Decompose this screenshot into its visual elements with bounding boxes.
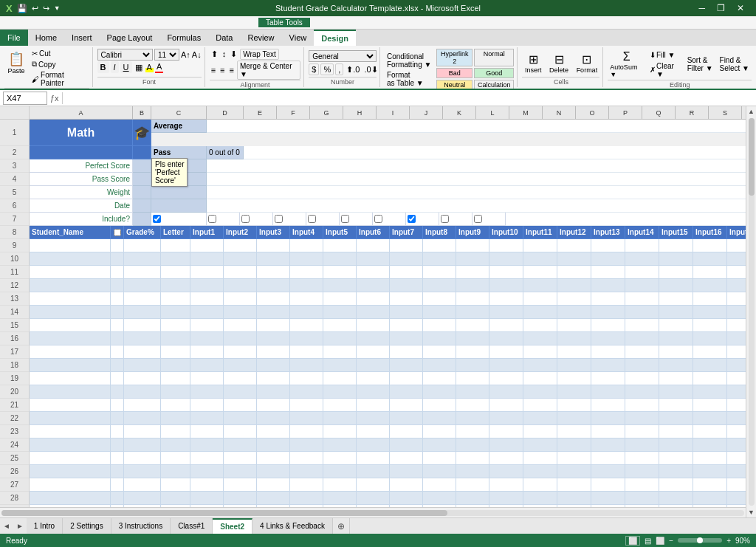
input9-cell[interactable]: [456, 292, 489, 306]
input11-cell[interactable]: [523, 319, 557, 332]
input8-cell[interactable]: [423, 465, 456, 478]
input11-cell[interactable]: [523, 425, 557, 438]
input15-cell[interactable]: [659, 332, 693, 345]
input14-cell[interactable]: [625, 266, 659, 279]
input6-cell[interactable]: [357, 266, 390, 279]
input4-cell[interactable]: [290, 359, 323, 372]
sort-filter-button[interactable]: Sort &Filter ▼: [685, 55, 715, 73]
student-name-cell[interactable]: [30, 292, 111, 306]
input8-cell[interactable]: [423, 332, 456, 345]
input2-cell[interactable]: [224, 292, 257, 306]
student-name-cell[interactable]: [30, 492, 111, 505]
grade-pct-cell[interactable]: [124, 425, 161, 438]
input6-cell[interactable]: [357, 452, 390, 465]
input1-cell[interactable]: [190, 465, 224, 478]
input5-cell[interactable]: [323, 372, 357, 385]
input4-cell[interactable]: [290, 332, 323, 345]
input12-cell[interactable]: [557, 478, 591, 492]
tab-page-layout[interactable]: Page Layout: [100, 30, 160, 46]
input10-cell[interactable]: [489, 359, 523, 372]
input1-cell[interactable]: [190, 292, 224, 306]
tab-review[interactable]: Review: [240, 30, 281, 46]
grade-pct-cell[interactable]: [124, 478, 161, 492]
input3-cell[interactable]: [257, 399, 290, 412]
input15-cell[interactable]: [659, 438, 693, 452]
input8-cell[interactable]: [423, 385, 456, 399]
input5-cell[interactable]: [323, 306, 357, 319]
input15-cell[interactable]: [659, 385, 693, 399]
letter-cell[interactable]: [161, 452, 190, 465]
sheet-tab-nav-prev[interactable]: ◄: [0, 520, 13, 531]
letter-cell[interactable]: [161, 372, 190, 385]
input3-cell[interactable]: [257, 252, 290, 266]
input14-cell[interactable]: [625, 332, 659, 345]
input12-cell[interactable]: [557, 372, 591, 385]
input12-cell[interactable]: [557, 279, 591, 292]
input7-cell[interactable]: [390, 252, 423, 266]
input2-cell[interactable]: [224, 332, 257, 345]
input9-cell[interactable]: [456, 412, 489, 425]
bad-style[interactable]: Bad: [436, 68, 472, 78]
number-format-select[interactable]: General: [309, 50, 377, 62]
tab-class1[interactable]: Class#1: [171, 518, 213, 534]
input5-cell[interactable]: [323, 399, 357, 412]
input13-cell[interactable]: [591, 438, 625, 452]
align-middle[interactable]: ↕: [221, 49, 228, 60]
input8-cell[interactable]: [423, 399, 456, 412]
input13-cell[interactable]: [591, 279, 625, 292]
input8-cell[interactable]: [423, 438, 456, 452]
input6-cell[interactable]: [357, 465, 390, 478]
cut-button[interactable]: ✂ Cut: [30, 49, 89, 58]
input9-cell[interactable]: [456, 372, 489, 385]
student-name-cell[interactable]: [30, 252, 111, 266]
input1-cell[interactable]: [190, 412, 224, 425]
quick-save[interactable]: 💾: [17, 4, 27, 13]
input5-cell[interactable]: [323, 252, 357, 266]
input8-cell[interactable]: [423, 452, 456, 465]
input5-cell[interactable]: [323, 359, 357, 372]
font-shrink[interactable]: A↓: [192, 50, 202, 59]
input16-cell[interactable]: [693, 279, 727, 292]
input17-cell[interactable]: [727, 266, 746, 279]
input2-cell[interactable]: [224, 412, 257, 425]
input10-cell[interactable]: [489, 492, 523, 505]
student-name-cell[interactable]: [30, 239, 111, 252]
input2-cell[interactable]: [224, 385, 257, 399]
input8-cell[interactable]: [423, 292, 456, 306]
col-header-checkbox[interactable]: [111, 226, 124, 239]
input1-cell[interactable]: [190, 266, 224, 279]
input3-cell[interactable]: [257, 425, 290, 438]
input6-cell[interactable]: [357, 412, 390, 425]
input3-cell[interactable]: [257, 306, 290, 319]
normal-style[interactable]: Normal: [474, 49, 515, 66]
input11-cell[interactable]: [523, 465, 557, 478]
bold-button[interactable]: B: [97, 61, 109, 73]
tab-links-feedback[interactable]: 4 Links & Feedback: [252, 518, 333, 534]
input15-cell[interactable]: [659, 425, 693, 438]
input3-cell[interactable]: [257, 372, 290, 385]
input9-cell[interactable]: [456, 399, 489, 412]
input2-cell[interactable]: [224, 399, 257, 412]
horizontal-scrollbar[interactable]: [0, 507, 746, 517]
letter-cell[interactable]: [161, 412, 190, 425]
input10-cell[interactable]: [489, 478, 523, 492]
include-checkbox-2[interactable]: [207, 213, 240, 226]
fill-color-button[interactable]: A: [145, 62, 154, 72]
font-grow[interactable]: A↑: [181, 50, 190, 59]
input3-cell[interactable]: [257, 279, 290, 292]
letter-cell[interactable]: [161, 292, 190, 306]
input14-cell[interactable]: [625, 292, 659, 306]
input17-cell[interactable]: [727, 292, 746, 306]
input5-cell[interactable]: [323, 438, 357, 452]
input13-cell[interactable]: [591, 372, 625, 385]
tab-data[interactable]: Data: [208, 30, 240, 46]
input12-cell[interactable]: [557, 306, 591, 319]
grade-pct-cell[interactable]: [124, 252, 161, 266]
input17-cell[interactable]: [727, 279, 746, 292]
input11-cell[interactable]: [523, 239, 557, 252]
input8-cell[interactable]: [423, 372, 456, 385]
input1-cell[interactable]: [190, 385, 224, 399]
customize-quick-access[interactable]: ▼: [54, 4, 61, 12]
paste-button[interactable]: 📋 Paste: [4, 49, 28, 88]
input7-cell[interactable]: [390, 425, 423, 438]
